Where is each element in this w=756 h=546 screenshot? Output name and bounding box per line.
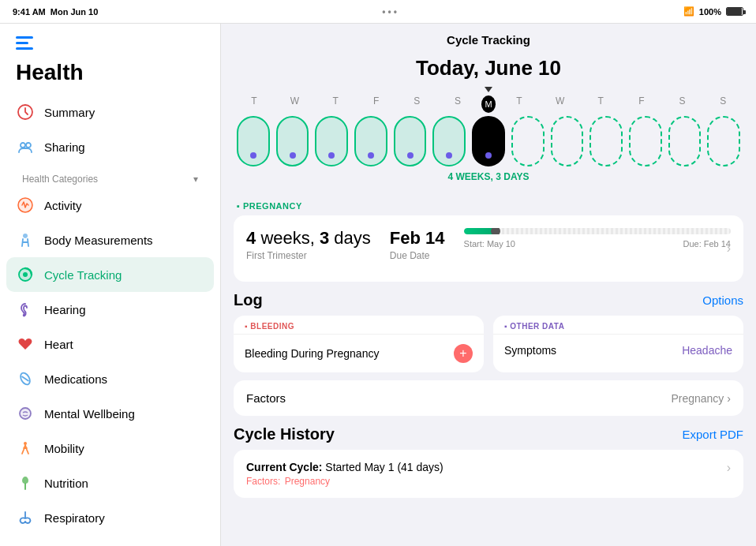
battery-icon	[726, 7, 743, 16]
pregnancy-progress: Start: May 10 Due: Feb 14	[464, 228, 731, 249]
factors-value-text: Pregnancy	[671, 392, 724, 405]
log-column-other: ▪ OTHER DATA Symptoms Headache	[493, 316, 743, 372]
mental-wellbeing-icon	[16, 404, 35, 423]
app-container: Health Summary	[0, 24, 756, 546]
sidebar-item-label-activity: Activity	[44, 199, 82, 212]
nutrition-icon	[16, 473, 35, 492]
factors-row[interactable]: Factors Pregnancy ›	[234, 380, 743, 416]
cal-circle-1[interactable]	[276, 116, 309, 166]
export-pdf-button[interactable]: Export PDF	[682, 428, 743, 441]
cal-circle-11[interactable]	[668, 116, 702, 166]
sidebar-item-mental-wellbeing[interactable]: Mental Wellbeing	[6, 396, 214, 431]
chevron-down-icon: ▾	[193, 174, 198, 185]
sidebar-item-heart[interactable]: Heart	[6, 327, 214, 361]
cal-day-M: M	[481, 95, 496, 113]
hearing-icon	[16, 300, 35, 319]
sidebar-nav-items: Summary Sharing Health Categories ▾	[0, 95, 220, 546]
cal-circle-0[interactable]	[237, 116, 270, 166]
progress-dot	[491, 228, 500, 234]
factors-chevron-icon: ›	[727, 392, 731, 405]
cal-day-F2: F	[624, 95, 659, 113]
cal-day-F1: F	[359, 95, 394, 113]
app-title: Health	[0, 57, 220, 95]
cal-circle-2[interactable]	[315, 116, 348, 166]
respiratory-icon	[16, 508, 35, 527]
cal-day-S2: S	[440, 95, 475, 113]
calendar-strip: T W T F S S M T W T F S S	[221, 95, 756, 195]
history-item-content: Current Cycle: Started May 1 (41 days) F…	[246, 461, 443, 487]
main-content: Cycle Tracking Today, June 10 T W T F S …	[221, 24, 756, 546]
heart-icon	[16, 335, 35, 353]
sidebar-item-summary[interactable]: Summary	[6, 95, 214, 129]
svg-rect-2	[16, 47, 33, 50]
cal-day-S3: S	[665, 95, 700, 113]
wifi-icon: 📶	[683, 6, 694, 17]
sidebar-item-medications[interactable]: Medications	[6, 361, 214, 396]
history-factors-row: Factors: Pregnancy	[246, 476, 443, 487]
factors-value[interactable]: Pregnancy ›	[671, 392, 731, 405]
weeks-label: 4 WEEKS, 3 DAYS	[234, 166, 743, 185]
days-num: 3	[320, 228, 329, 248]
summary-icon	[16, 103, 35, 122]
sidebar-item-label-summary: Summary	[44, 106, 95, 119]
history-arrow-icon: ›	[727, 461, 731, 475]
sidebar-item-mobility[interactable]: Mobility	[6, 431, 214, 466]
mobility-icon	[16, 439, 35, 458]
cal-day-T2: T	[318, 95, 353, 113]
cycle-tracking-icon	[16, 265, 35, 284]
status-center: •••	[382, 6, 399, 17]
pregnancy-card[interactable]: 4 weeks, 3 days First Trimester Feb 14 D…	[234, 215, 743, 282]
sidebar-item-label-mobility: Mobility	[44, 442, 84, 455]
symptoms-item-label: Symptoms	[504, 344, 556, 357]
log-header: Log Options	[234, 291, 743, 309]
sidebar-item-sleep[interactable]: Sleep	[6, 535, 214, 546]
history-card[interactable]: Current Cycle: Started May 1 (41 days) F…	[234, 450, 743, 498]
bleeding-add-button[interactable]: +	[454, 344, 473, 363]
cal-circle-7[interactable]	[511, 116, 545, 166]
log-column-bleeding: ▪ BLEEDING Bleeding During Pregnancy +	[234, 316, 484, 372]
log-section: Log Options ▪ BLEEDING Bleeding During P…	[234, 291, 743, 416]
symptoms-item-row[interactable]: Symptoms Headache	[493, 334, 743, 366]
log-options-button[interactable]: Options	[702, 294, 743, 307]
status-date: Mon Jun 10	[51, 7, 99, 17]
cal-circle-10[interactable]	[629, 116, 662, 166]
dots-icon: •••	[382, 6, 399, 17]
sidebar-item-hearing[interactable]: Hearing	[6, 292, 214, 327]
cal-day-T4: T	[583, 95, 618, 113]
sidebar-item-body-measurements[interactable]: Body Measurements	[6, 223, 214, 257]
symptoms-item-value: Headache	[682, 344, 732, 357]
cal-circle-8[interactable]	[551, 116, 584, 166]
svg-point-4	[26, 143, 31, 148]
weeks-num: 4	[246, 228, 256, 248]
sidebar-item-label-respiratory: Respiratory	[44, 511, 105, 525]
sleep-icon	[16, 543, 35, 546]
other-data-header: ▪ OTHER DATA	[493, 316, 743, 334]
status-left: 9:41 AM Mon Jun 10	[13, 7, 98, 17]
pregnancy-weeks-text: 4 weeks, 3 days	[246, 228, 371, 249]
sidebar-item-nutrition[interactable]: Nutrition	[6, 466, 214, 500]
cal-circle-today[interactable]	[472, 116, 505, 166]
sidebar-item-activity[interactable]: Activity	[6, 188, 214, 223]
sidebar-toggle-icon[interactable]	[16, 36, 33, 50]
date-header: Today, June 10	[221, 53, 756, 84]
bleeding-item-label: Bleeding During Pregnancy	[245, 347, 379, 360]
today-indicator	[221, 87, 756, 92]
svg-point-11	[20, 408, 31, 419]
cal-circle-9[interactable]	[589, 116, 623, 166]
medications-icon	[16, 369, 35, 388]
cal-circle-5[interactable]	[432, 116, 466, 166]
cal-circle-12[interactable]	[707, 116, 740, 166]
cal-circle-4[interactable]	[394, 116, 427, 166]
history-title: Cycle History	[234, 425, 335, 443]
battery-percent: 100%	[699, 7, 721, 17]
progress-dates: Start: May 10 Due: Feb 14	[464, 239, 731, 249]
history-header: Cycle History Export PDF	[234, 425, 743, 443]
sidebar-item-sharing[interactable]: Sharing	[6, 129, 214, 164]
due-date-label: Due Date	[390, 250, 445, 261]
sidebar-item-cycle-tracking[interactable]: Cycle Tracking	[6, 257, 214, 292]
log-columns: ▪ BLEEDING Bleeding During Pregnancy + ▪…	[234, 316, 743, 372]
factors-sub-label: Factors:	[246, 476, 280, 487]
cal-circle-3[interactable]	[354, 116, 387, 166]
sidebar-item-respiratory[interactable]: Respiratory	[6, 500, 214, 535]
svg-point-3	[21, 143, 25, 148]
